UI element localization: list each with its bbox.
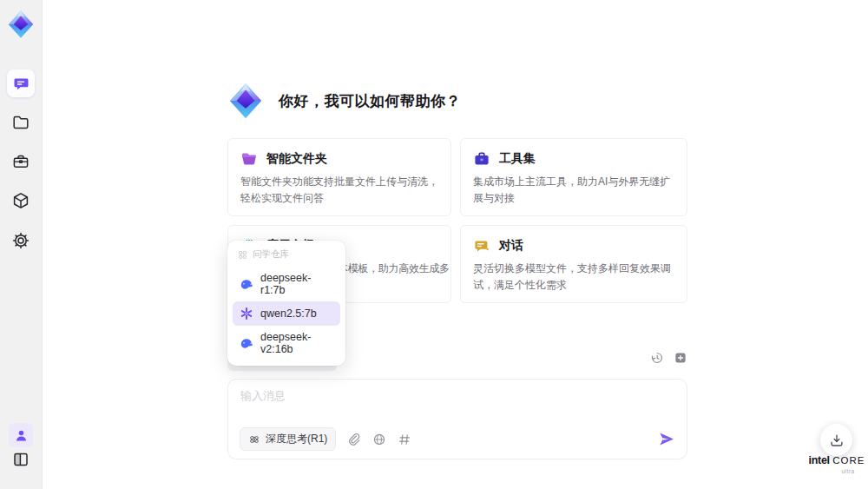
card-title: 对话 xyxy=(499,238,523,254)
greeting: 你好，我可以如何帮助你？ xyxy=(226,81,461,121)
hash-icon[interactable] xyxy=(398,433,411,446)
download-button[interactable] xyxy=(820,424,852,456)
model-option-deepseek-r1[interactable]: deepseek-r1:7b xyxy=(233,267,340,301)
card-desc: 灵活切换多模型文件，支持多样回复效果调试，满足个性化需求 xyxy=(473,261,674,293)
deepseek-icon xyxy=(240,336,253,350)
message-composer: 深度思考(R1) xyxy=(227,379,687,459)
card-desc: 集成市场上主流工具，助力AI与外界无缝扩展与对接 xyxy=(473,174,674,206)
sidebar xyxy=(0,0,43,489)
intel-tier-text: ultra xyxy=(828,469,868,475)
send-icon[interactable] xyxy=(658,431,674,447)
intel-product-text: core xyxy=(832,455,865,466)
card-toolset[interactable]: 工具集 集成市场上主流工具，助力AI与外界无缝扩展与对接 xyxy=(460,138,687,216)
app-window: 你好，我可以如何帮助你？ 智能文件夹 智能文件夹功能支持批量文件上传与清洗，轻松… xyxy=(0,0,868,489)
qwen-icon xyxy=(240,307,253,320)
gear-icon[interactable] xyxy=(12,232,30,249)
panel-toggle-icon[interactable] xyxy=(12,451,30,468)
new-chat-icon[interactable] xyxy=(674,351,687,365)
greeting-gem-icon xyxy=(226,81,266,121)
chat-toolbar xyxy=(650,351,687,365)
deep-think-label: 深度思考(R1) xyxy=(266,432,327,446)
deepseek-icon xyxy=(240,277,253,291)
sidebar-item-user[interactable] xyxy=(9,423,33,447)
card-smart-folder[interactable]: 智能文件夹 智能文件夹功能支持批量文件上传与清洗，轻松实现文件问答 xyxy=(227,138,451,216)
model-option-label: deepseek-v2:16b xyxy=(260,331,333,355)
smart-folder-icon xyxy=(240,150,258,168)
card-desc: 智能文件夹功能支持批量文件上传与清洗，轻松实现文件问答 xyxy=(240,174,438,206)
model-option-label: qwen2.5:7b xyxy=(260,307,317,320)
greeting-text: 你好，我可以如何帮助你？ xyxy=(279,91,461,111)
history-icon[interactable] xyxy=(650,351,664,365)
toolset-icon xyxy=(473,150,490,168)
grid-small-icon xyxy=(238,250,247,260)
model-dropdown-header: 问学仓库 xyxy=(233,246,340,267)
atom-icon xyxy=(248,433,260,446)
globe-icon[interactable] xyxy=(372,433,386,446)
chat-icon xyxy=(13,76,30,92)
sidebar-item-chat[interactable] xyxy=(7,69,35,97)
card-title: 智能文件夹 xyxy=(266,151,327,167)
user-icon xyxy=(14,428,29,443)
intel-core-badge: intel core ultra xyxy=(806,455,868,474)
composer-toolbar: 深度思考(R1) xyxy=(240,427,674,451)
message-input[interactable] xyxy=(240,388,674,425)
model-dropdown: 问学仓库 deepseek-r1:7b qwen2.5:7b deepseek-… xyxy=(227,241,345,366)
download-icon xyxy=(829,433,845,448)
app-logo-gem-icon xyxy=(5,9,36,40)
deep-think-toggle[interactable]: 深度思考(R1) xyxy=(240,427,336,451)
paperclip-icon[interactable] xyxy=(347,433,361,446)
model-dropdown-header-label: 问学仓库 xyxy=(253,248,289,261)
cube-icon[interactable] xyxy=(12,192,30,209)
intel-brand-text: intel xyxy=(809,454,830,466)
card-title: 工具集 xyxy=(499,151,536,167)
card-dialog[interactable]: 对话 灵活切换多模型文件，支持多样回复效果调试，满足个性化需求 xyxy=(460,225,687,303)
model-option-label: deepseek-r1:7b xyxy=(260,272,333,296)
dialog-icon xyxy=(473,237,490,254)
model-option-deepseek-v2[interactable]: deepseek-v2:16b xyxy=(233,326,340,360)
briefcase-icon[interactable] xyxy=(12,153,30,170)
folder-icon[interactable] xyxy=(12,114,30,131)
model-option-qwen25[interactable]: qwen2.5:7b xyxy=(233,301,340,326)
